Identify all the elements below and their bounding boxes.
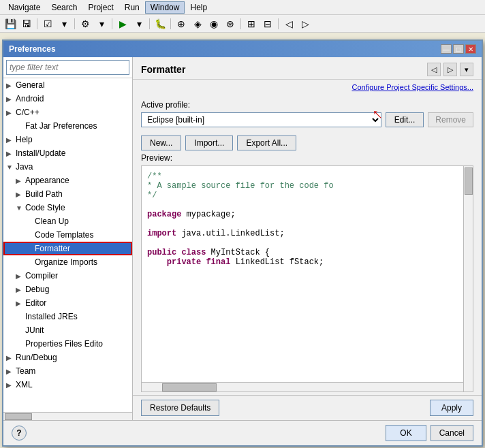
tree-item-properties[interactable]: Properties Files Edito [3, 337, 132, 351]
tree-item-fat-jar[interactable]: Fat Jar Preferences [3, 119, 132, 133]
tree-arrow-compiler: ▶ [16, 272, 25, 280]
edit-button[interactable]: Edit... [386, 112, 424, 127]
tool6-icon[interactable]: ⊟ [260, 16, 275, 31]
export-all-button[interactable]: Export All... [237, 135, 296, 150]
tree-label-organize-imports: Organize Imports [35, 257, 97, 267]
close-button[interactable]: ✕ [465, 44, 476, 54]
dialog-overlay: Preferences — □ ✕ ▶ General [0, 33, 485, 448]
cancel-button[interactable]: Cancel [431, 425, 473, 441]
nav-forward-button[interactable]: ▷ [443, 63, 457, 76]
preview-section: Preview: /** * A sample source file for … [133, 153, 482, 395]
code-line-9: public class MyIntStack { [147, 248, 462, 257]
tree-label-code-style: Code Style [25, 203, 65, 212]
help-button[interactable]: ? [12, 426, 27, 441]
tree-scrollbar[interactable] [3, 412, 132, 420]
menu-run[interactable]: Run [119, 1, 145, 14]
dropdown-icon[interactable]: ▾ [57, 16, 72, 31]
tree-item-clean-up[interactable]: Clean Up [3, 214, 132, 228]
right-panel: Formatter ◁ ▷ ▾ Configure Project Specif… [133, 57, 482, 420]
tree-panel: ▶ General ▶ Android ▶ C/C++ [3, 57, 133, 420]
import-button[interactable]: Import... [185, 135, 233, 150]
tool5-icon[interactable]: ⊞ [244, 16, 259, 31]
toolbar-sep-2 [74, 18, 75, 29]
tree-item-debug[interactable]: ▶ Debug [3, 283, 132, 296]
dropdown2-icon[interactable]: ▾ [94, 16, 109, 31]
tree-item-install[interactable]: ▶ Install/Update [3, 146, 132, 160]
tree-item-android[interactable]: ▶ Android [3, 92, 132, 106]
maximize-button[interactable]: □ [453, 44, 464, 54]
tree-label-junit: JUnit [25, 325, 44, 335]
dropdown3-icon[interactable]: ▾ [131, 16, 146, 31]
tree-item-editor[interactable]: ▶ Editor [3, 296, 132, 310]
right-header: Formatter ◁ ▷ ▾ [133, 57, 482, 80]
menu-window[interactable]: Window [145, 1, 185, 14]
forward-icon[interactable]: ▷ [298, 16, 313, 31]
toolbar-sep-4 [149, 18, 150, 29]
tree-item-code-templates[interactable]: Code Templates [3, 228, 132, 242]
tree-item-installed-jres[interactable]: Installed JREs [3, 310, 132, 323]
minimize-button[interactable]: — [441, 44, 452, 54]
run-icon[interactable]: ▶ [115, 16, 130, 31]
code-line-10: private final LinkedList fStack; [147, 257, 462, 267]
preview-scrollbar-h[interactable] [142, 382, 463, 391]
ok-button[interactable]: OK [386, 425, 426, 441]
preferences-dialog: Preferences — □ ✕ ▶ General [2, 39, 483, 447]
tree-arrow-editor: ▶ [16, 300, 25, 307]
code-line-3: */ [147, 191, 462, 200]
scrollbar-h-thumb[interactable] [162, 383, 217, 391]
settings-icon[interactable]: ⚙ [78, 16, 93, 31]
tree-item-build-path[interactable]: ▶ Build Path [3, 187, 132, 201]
tree-item-run-debug[interactable]: ▶ Run/Debug [3, 351, 132, 364]
tree-arrow-general: ▶ [6, 82, 16, 89]
back-icon[interactable]: ◁ [281, 16, 296, 31]
tool1-icon[interactable]: ⊕ [174, 16, 189, 31]
tree-label-installed-jres: Installed JREs [25, 312, 78, 321]
toolbar-sep-3 [112, 18, 112, 29]
tree-item-code-style[interactable]: ▼ Code Style [3, 201, 132, 214]
tree-item-java[interactable]: ▼ Java [3, 160, 132, 174]
nav-arrows: ◁ ▷ ▾ [427, 63, 473, 76]
tree-arrow-cpp: ▶ [6, 109, 16, 116]
save-icon[interactable]: 💾 [3, 16, 18, 31]
tool2-icon[interactable]: ◈ [190, 16, 205, 31]
tree-scrollbar-thumb[interactable] [5, 413, 32, 420]
tree-label-android: Android [16, 94, 44, 103]
tree-item-compiler[interactable]: ▶ Compiler [3, 269, 132, 283]
tree-item-appearance[interactable]: ▶ Appearance [3, 174, 132, 187]
bug-icon[interactable]: 🐛 [153, 16, 168, 31]
tree-item-cpp[interactable]: ▶ C/C++ [3, 106, 132, 119]
configure-link[interactable]: Configure Project Specific Settings... [351, 83, 473, 91]
tree-label-team: Team [16, 366, 35, 376]
save-all-icon[interactable]: 🖫 [19, 16, 34, 31]
apply-button[interactable]: Apply [430, 400, 473, 416]
menu-navigate[interactable]: Navigate [3, 1, 46, 14]
nav-back-button[interactable]: ◁ [427, 63, 441, 76]
preview-box: /** * A sample source file for the code … [141, 165, 473, 392]
restore-defaults-button[interactable]: Restore Defaults [141, 400, 219, 416]
tree-item-team[interactable]: ▶ Team [3, 364, 132, 378]
preview-scrollbar-v[interactable] [463, 166, 473, 391]
tree-item-organize-imports[interactable]: Organize Imports [3, 255, 132, 269]
tool3-icon[interactable]: ◉ [206, 16, 221, 31]
scrollbar-v-thumb[interactable] [465, 167, 473, 195]
tree-content: ▶ General ▶ Android ▶ C/C++ [3, 78, 132, 412]
tree-item-formatter[interactable]: Formatter [3, 242, 132, 255]
preview-label: Preview: [141, 153, 473, 163]
tree-label-fat-jar: Fat Jar Preferences [25, 121, 97, 131]
menu-search[interactable]: Search [46, 1, 82, 14]
tree-item-general[interactable]: ▶ General [3, 78, 132, 92]
menu-help[interactable]: Help [185, 1, 213, 14]
toolbar-sep-1 [37, 18, 37, 29]
profile-select[interactable]: Eclipse [built-in] [141, 112, 381, 127]
tree-item-xml[interactable]: ▶ XML [3, 378, 132, 391]
tree-arrow-debug: ▶ [16, 286, 25, 293]
tree-item-help[interactable]: ▶ Help [3, 133, 132, 146]
new-button[interactable]: New... [141, 135, 181, 150]
search-input[interactable] [6, 60, 129, 75]
menu-project[interactable]: Project [82, 1, 119, 14]
tree-item-junit[interactable]: JUnit [3, 323, 132, 337]
check-icon[interactable]: ☑ [40, 16, 55, 31]
nav-dropdown-button[interactable]: ▾ [460, 63, 473, 76]
tool4-icon[interactable]: ⊛ [223, 16, 238, 31]
remove-button[interactable]: Remove [428, 112, 473, 127]
